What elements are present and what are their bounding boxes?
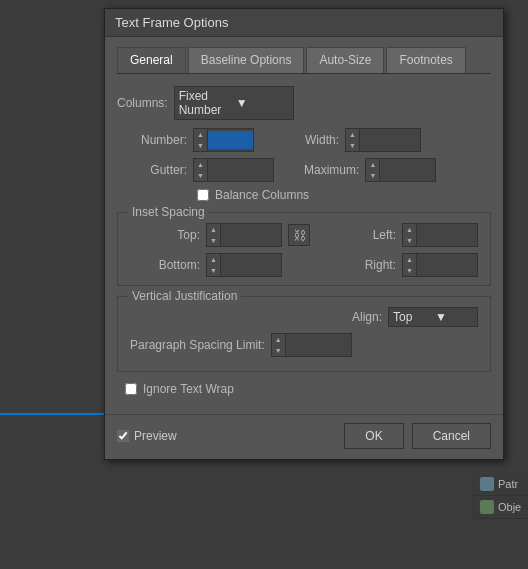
dialog-body: General Baseline Options Auto-Size Footn… xyxy=(105,37,503,414)
link-icon[interactable]: ⛓ xyxy=(288,224,310,246)
inset-spacing-label: Inset Spacing xyxy=(128,205,209,219)
inset-right-spinbox: ▲ ▼ 0 mm xyxy=(402,253,478,277)
gutter-down-arrow[interactable]: ▼ xyxy=(194,170,207,181)
width-label: Width: xyxy=(284,133,339,147)
ok-button[interactable]: OK xyxy=(344,423,403,449)
dialog-footer: Preview OK Cancel xyxy=(105,414,503,459)
cancel-button[interactable]: Cancel xyxy=(412,423,491,449)
number-arrows[interactable]: ▲ ▼ xyxy=(194,129,208,151)
inset-right-up[interactable]: ▲ xyxy=(403,254,416,265)
spacing-limit-arrows[interactable]: ▲ ▼ xyxy=(272,334,286,356)
inset-bottom-up[interactable]: ▲ xyxy=(207,254,220,265)
ignore-text-wrap-label: Ignore Text Wrap xyxy=(143,382,234,396)
columns-section: Columns: Fixed Number ▼ Number: ▲ ▼ 1 Wi… xyxy=(117,86,491,202)
side-item-obje[interactable]: Obje xyxy=(474,496,528,519)
inset-bottom-input[interactable]: 0 mm xyxy=(221,256,281,274)
patr-icon xyxy=(480,477,494,491)
dialog-title: Text Frame Options xyxy=(105,9,503,37)
inset-top-input[interactable]: 0 mm xyxy=(221,226,281,244)
width-up-arrow[interactable]: ▲ xyxy=(346,129,359,140)
side-item-obje-label: Obje xyxy=(498,501,521,513)
columns-dropdown-arrow: ▼ xyxy=(236,96,289,110)
inset-right-input[interactable]: 0 mm xyxy=(417,256,477,274)
width-input[interactable]: 111 mm xyxy=(360,131,420,149)
maximum-group: Maximum: ▲ ▼ None xyxy=(304,158,436,182)
gutter-input[interactable]: 4.233 mm xyxy=(208,161,273,179)
maximum-arrows[interactable]: ▲ ▼ xyxy=(366,159,380,181)
inset-right-down[interactable]: ▼ xyxy=(403,265,416,276)
columns-label: Columns: xyxy=(117,96,168,110)
ignore-text-wrap-checkbox[interactable] xyxy=(125,383,137,395)
text-frame-options-dialog: Text Frame Options General Baseline Opti… xyxy=(104,8,504,460)
tab-baseline-options[interactable]: Baseline Options xyxy=(188,47,305,73)
columns-dropdown[interactable]: Fixed Number ▼ xyxy=(174,86,294,120)
align-row: Align: Top ▼ xyxy=(130,307,478,327)
balance-columns-row: Balance Columns xyxy=(197,188,491,202)
gutter-arrows[interactable]: ▲ ▼ xyxy=(194,159,208,181)
number-label: Number: xyxy=(117,133,187,147)
spacing-limit-row: Paragraph Spacing Limit: ▲ ▼ 0 mm xyxy=(130,333,478,357)
maximum-down-arrow[interactable]: ▼ xyxy=(366,170,379,181)
columns-row: Columns: Fixed Number ▼ xyxy=(117,86,491,120)
inset-right-group: Right: ▲ ▼ 0 mm xyxy=(341,253,478,277)
number-down-arrow[interactable]: ▼ xyxy=(194,140,207,151)
vertical-justification-group: Vertical Justification Align: Top ▼ Para… xyxy=(117,296,491,372)
balance-columns-checkbox[interactable] xyxy=(197,189,209,201)
inset-bottom-group: Bottom: ▲ ▼ 0 mm xyxy=(130,253,282,277)
vertical-justification-label: Vertical Justification xyxy=(128,289,241,303)
gutter-row: Gutter: ▲ ▼ 4.233 mm Maximum: ▲ ▼ xyxy=(117,158,491,182)
gutter-spinbox: ▲ ▼ 4.233 mm xyxy=(193,158,274,182)
number-row: Number: ▲ ▼ 1 Width: ▲ ▼ 111 m xyxy=(117,128,491,152)
number-spinbox: ▲ ▼ 1 xyxy=(193,128,254,152)
ignore-text-wrap-row: Ignore Text Wrap xyxy=(125,382,491,396)
inset-left-up[interactable]: ▲ xyxy=(403,224,416,235)
align-label: Align: xyxy=(337,310,382,324)
align-dropdown[interactable]: Top ▼ xyxy=(388,307,478,327)
width-group: Width: ▲ ▼ 111 mm xyxy=(284,128,421,152)
inset-left-arrows[interactable]: ▲ ▼ xyxy=(403,224,417,246)
tab-footnotes[interactable]: Footnotes xyxy=(386,47,465,73)
inset-left-input[interactable]: 0 mm xyxy=(417,226,477,244)
tab-general[interactable]: General xyxy=(117,47,186,73)
spacing-limit-label: Paragraph Spacing Limit: xyxy=(130,338,265,352)
side-panel: Patr Obje xyxy=(473,473,528,519)
inset-top-label: Top: xyxy=(130,228,200,242)
inset-left-label: Left: xyxy=(341,228,396,242)
gutter-label: Gutter: xyxy=(117,163,187,177)
maximum-input[interactable]: None xyxy=(380,161,435,179)
maximum-label: Maximum: xyxy=(304,163,359,177)
number-input[interactable]: 1 xyxy=(208,131,253,149)
side-item-patr-label: Patr xyxy=(498,478,518,490)
inset-left-down[interactable]: ▼ xyxy=(403,235,416,246)
spacing-limit-down[interactable]: ▼ xyxy=(272,345,285,356)
inset-top-down[interactable]: ▼ xyxy=(207,235,220,246)
inset-top-group: Top: ▲ ▼ 0 mm xyxy=(130,223,282,247)
spacing-limit-up[interactable]: ▲ xyxy=(272,334,285,345)
maximum-up-arrow[interactable]: ▲ xyxy=(366,159,379,170)
inset-right-label: Right: xyxy=(341,258,396,272)
inset-bottom-row: Bottom: ▲ ▼ 0 mm Right: ▲ ▼ xyxy=(130,253,478,277)
width-down-arrow[interactable]: ▼ xyxy=(346,140,359,151)
inset-left-group: Left: ▲ ▼ 0 mm xyxy=(341,223,478,247)
columns-value: Fixed Number xyxy=(179,89,232,117)
preview-label: Preview xyxy=(134,429,177,443)
spacing-limit-input[interactable]: 0 mm xyxy=(286,336,351,354)
inset-bottom-down[interactable]: ▼ xyxy=(207,265,220,276)
inset-bottom-label: Bottom: xyxy=(130,258,200,272)
preview-checkbox[interactable] xyxy=(117,430,129,442)
inset-top-up[interactable]: ▲ xyxy=(207,224,220,235)
maximum-spinbox: ▲ ▼ None xyxy=(365,158,436,182)
number-up-arrow[interactable]: ▲ xyxy=(194,129,207,140)
preview-group: Preview xyxy=(117,429,336,443)
inset-top-arrows[interactable]: ▲ ▼ xyxy=(207,224,221,246)
inset-bottom-arrows[interactable]: ▲ ▼ xyxy=(207,254,221,276)
inset-left-spinbox: ▲ ▼ 0 mm xyxy=(402,223,478,247)
width-arrows[interactable]: ▲ ▼ xyxy=(346,129,360,151)
tab-auto-size[interactable]: Auto-Size xyxy=(306,47,384,73)
inset-top-spinbox: ▲ ▼ 0 mm xyxy=(206,223,282,247)
align-dropdown-arrow: ▼ xyxy=(435,310,473,324)
inset-top-row: Top: ▲ ▼ 0 mm ⛓ Left: ▲ xyxy=(130,223,478,247)
gutter-up-arrow[interactable]: ▲ xyxy=(194,159,207,170)
side-item-patr[interactable]: Patr xyxy=(474,473,528,496)
inset-right-arrows[interactable]: ▲ ▼ xyxy=(403,254,417,276)
